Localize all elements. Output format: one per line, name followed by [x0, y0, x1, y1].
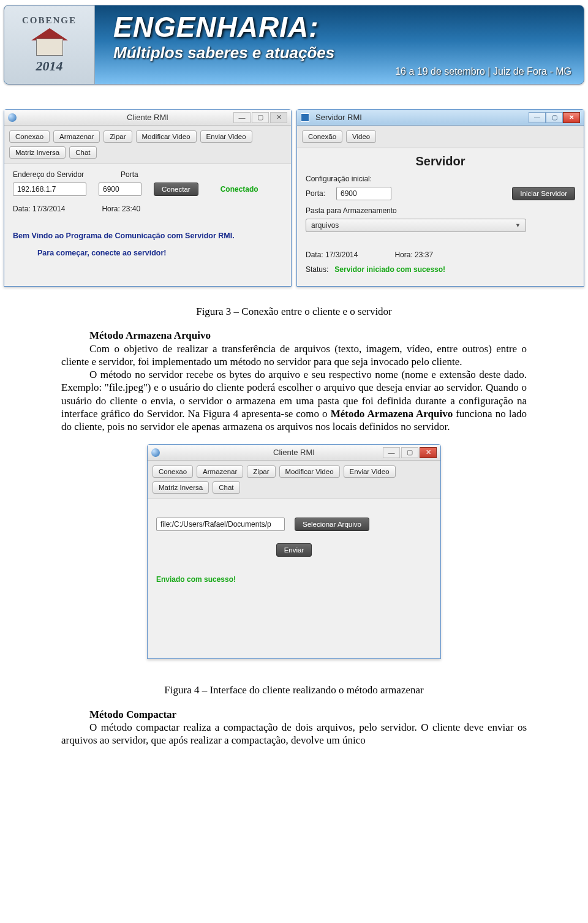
paragraph-2: O método compactar realiza a compactação…: [61, 721, 527, 747]
enviar-button[interactable]: Enviar: [276, 543, 312, 557]
status-value: Servidor iniciado com sucesso!: [334, 265, 445, 274]
paragraph-1b: O método no servidor recebe os bytes do …: [61, 368, 527, 433]
paragraph-1a: Com o objetivo de realizar a transferênc…: [61, 342, 527, 369]
status-label: Status:: [306, 265, 328, 274]
minimize-button[interactable]: —: [383, 447, 400, 458]
welcome-line-2: Para começar, conecte ao servidor!: [13, 249, 282, 257]
endereco-label: Endereço do Servidor: [13, 170, 84, 179]
pasta-value: arquivos: [311, 221, 339, 230]
minimize-button[interactable]: —: [529, 112, 546, 123]
close-button[interactable]: ✕: [270, 112, 287, 123]
conectado-status: Conectado: [221, 185, 258, 194]
server-rmi-window: Servidor RMI — ▢ ✕ Conexão Video Servido…: [296, 109, 584, 287]
client-rmi-window: Cliente RMI — ▢ ✕ Conexao Armazenar Zipa…: [4, 109, 292, 287]
iniciar-servidor-button[interactable]: Iniciar Servidor: [512, 187, 575, 200]
server-heading: Servidor: [306, 154, 575, 168]
client2-toolbar: Conexao Armazenar Zipar Modificar Video …: [148, 461, 440, 499]
banner-dateline: 16 a 19 de setembro | Juiz de Fora - MG: [113, 66, 571, 77]
tab-zipar[interactable]: Zipar: [104, 130, 132, 143]
porta-label: Porta:: [306, 189, 336, 198]
tab-matriz-inversa[interactable]: Matriz Inversa: [153, 481, 209, 494]
porta-input[interactable]: [336, 187, 391, 200]
banner-subtitle: Múltiplos saberes e atuações: [113, 43, 571, 62]
app-icon: [151, 448, 160, 457]
client-body: Endereço do Servidor Porta Conectar Cone…: [4, 164, 291, 286]
tab-video[interactable]: Video: [346, 130, 376, 143]
tab-chat[interactable]: Chat: [69, 146, 96, 159]
conectar-button[interactable]: Conectar: [154, 183, 198, 196]
data-label: Data: 17/3/2014: [13, 205, 65, 213]
titlebar: Servidor RMI — ▢ ✕: [297, 110, 584, 126]
server-body: Servidor Configuração inicial: Porta: In…: [297, 148, 584, 286]
config-inicial-label: Configuração inicial:: [306, 175, 575, 183]
hora-label: Hora: 23:37: [394, 251, 433, 259]
pasta-label: Pasta para Armazenamento: [306, 206, 575, 215]
figure-3-caption: Figura 3 – Conexão entre o cliente e o s…: [61, 305, 527, 318]
banner-title: ENGENHARIA:: [113, 13, 571, 41]
tab-modificar-video[interactable]: Modificar Video: [279, 465, 340, 478]
tab-chat[interactable]: Chat: [213, 481, 239, 494]
porta-input[interactable]: [99, 183, 141, 196]
window-title: Cliente RMI: [273, 448, 315, 457]
metodo-armazena-heading: Método Armazena Arquivo: [89, 330, 211, 341]
tab-armazenar[interactable]: Armazenar: [197, 465, 243, 478]
pasta-dropdown[interactable]: arquivos ▼: [306, 219, 526, 232]
tab-modificar-video[interactable]: Modificar Video: [136, 130, 197, 143]
app-icon: [301, 113, 309, 122]
window-title: Servidor RMI: [315, 113, 362, 122]
endereco-input[interactable]: [13, 183, 86, 196]
titlebar: Cliente RMI — ▢ ✕: [4, 110, 291, 126]
tab-armazenar[interactable]: Armazenar: [53, 130, 100, 143]
paragraph-1b-bold: Método Armazena Arquivo: [331, 408, 453, 420]
tab-conexao[interactable]: Conexao: [9, 130, 50, 143]
tab-conexao[interactable]: Conexao: [153, 465, 193, 478]
tab-enviar-video[interactable]: Enviar Video: [200, 130, 252, 143]
hora-label: Hora: 23:40: [102, 205, 140, 213]
server-toolbar: Conexão Video: [297, 126, 584, 148]
tab-matriz-inversa[interactable]: Matriz Inversa: [9, 146, 66, 159]
titlebar: Cliente RMI — ▢ ✕: [148, 445, 440, 461]
metodo-compactar-heading: Método Compactar: [89, 709, 176, 720]
window-title: Cliente RMI: [127, 113, 168, 122]
filepath-input[interactable]: [156, 518, 285, 531]
close-button[interactable]: ✕: [563, 112, 580, 123]
house-icon: [31, 28, 68, 56]
porta-label: Porta: [121, 170, 138, 179]
figure-4-caption: Figura 4 – Interface do cliente realizan…: [61, 684, 527, 696]
maximize-button[interactable]: ▢: [546, 112, 563, 123]
minimize-button[interactable]: —: [233, 112, 251, 123]
client2-body: Selecionar Arquivo Enviar Enviado com su…: [148, 499, 440, 658]
tab-enviar-video[interactable]: Enviar Video: [344, 465, 396, 478]
chevron-down-icon: ▼: [515, 222, 521, 228]
data-label: Data: 17/3/2014: [306, 251, 358, 259]
tab-zipar[interactable]: Zipar: [247, 465, 275, 478]
maximize-button[interactable]: ▢: [401, 447, 418, 458]
banner-org: COBENGE: [22, 15, 77, 26]
banner-left-logo: COBENGE 2014: [4, 6, 95, 84]
banner-year: 2014: [36, 58, 63, 74]
tab-conexao[interactable]: Conexão: [302, 130, 342, 143]
event-banner: COBENGE 2014 ENGENHARIA: Múltiplos saber…: [4, 5, 584, 85]
close-button[interactable]: ✕: [420, 447, 437, 458]
banner-right: ENGENHARIA: Múltiplos saberes e atuações…: [95, 6, 584, 84]
client-toolbar: Conexao Armazenar Zipar Modificar Video …: [4, 126, 291, 164]
client-rmi-window-armazenar: Cliente RMI — ▢ ✕ Conexao Armazenar Zipa…: [147, 444, 441, 659]
selecionar-arquivo-button[interactable]: Selecionar Arquivo: [295, 518, 369, 531]
enviado-status: Enviado com sucesso!: [156, 575, 432, 584]
welcome-line-1: Bem Vindo ao Programa de Comunicação com…: [13, 232, 282, 240]
maximize-button[interactable]: ▢: [252, 112, 269, 123]
app-icon: [8, 113, 17, 122]
